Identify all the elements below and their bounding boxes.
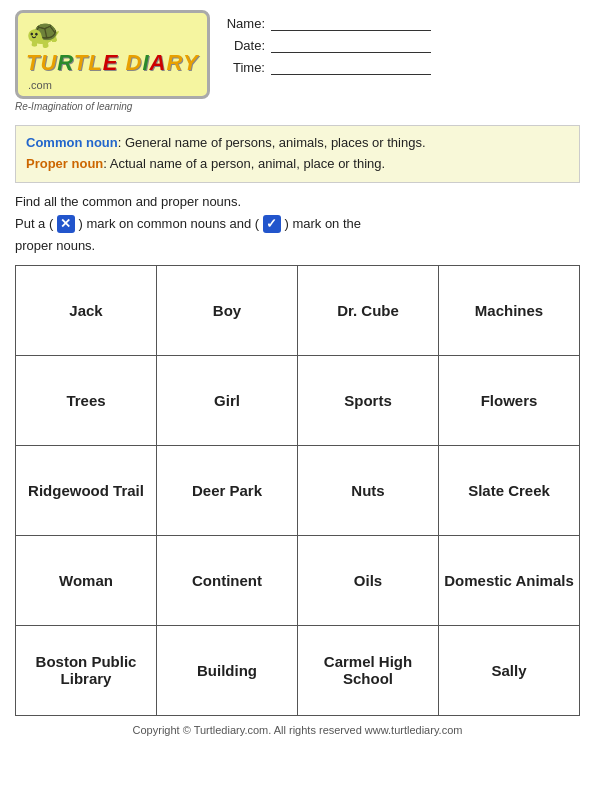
instruction-line3: proper nouns. <box>15 235 580 257</box>
grid-cell-r1-c1[interactable]: Girl <box>157 355 298 445</box>
logo-box: 🐢 TURTLE DIARY .com <box>15 10 210 99</box>
logo-tagline: Re-Imagination of learning <box>15 101 195 112</box>
noun-grid: JackBoyDr. CubeMachinesTreesGirlSportsFl… <box>15 265 580 716</box>
name-line <box>271 15 431 31</box>
proper-noun-def: : Actual name of a person, animal, place… <box>103 156 385 171</box>
check-mark-icon: ✓ <box>263 215 281 233</box>
grid-cell-r4-c3[interactable]: Sally <box>439 625 580 715</box>
footer-text: Copyright © Turtlediary.com. All rights … <box>133 724 463 736</box>
name-label: Name: <box>215 16 265 31</box>
grid-cell-r1-c0[interactable]: Trees <box>16 355 157 445</box>
date-line <box>271 37 431 53</box>
common-noun-line: Common noun: General name of persons, an… <box>26 133 569 154</box>
grid-cell-r1-c2[interactable]: Sports <box>298 355 439 445</box>
grid-cell-r2-c3[interactable]: Slate Creek <box>439 445 580 535</box>
common-noun-def: : General name of persons, animals, plac… <box>118 135 426 150</box>
proper-noun-label: Proper noun <box>26 156 103 171</box>
grid-cell-r3-c1[interactable]: Continent <box>157 535 298 625</box>
footer: Copyright © Turtlediary.com. All rights … <box>0 724 595 744</box>
inst-2b: ) mark on common nouns and ( <box>79 216 260 231</box>
date-label: Date: <box>215 38 265 53</box>
time-label: Time: <box>215 60 265 75</box>
grid-cell-r0-c1[interactable]: Boy <box>157 265 298 355</box>
instruction-line1: Find all the common and proper nouns. <box>15 191 580 213</box>
grid-cell-r3-c3[interactable]: Domestic Animals <box>439 535 580 625</box>
header: 🐢 TURTLE DIARY .com Re-Imagination of le… <box>0 0 595 117</box>
logo-icon: 🐢 TURTLE DIARY <box>26 17 199 76</box>
grid-cell-r0-c3[interactable]: Machines <box>439 265 580 355</box>
time-line <box>271 59 431 75</box>
logo-text: TURTLE DIARY <box>26 50 199 75</box>
inst-2c: ) mark on the <box>284 216 361 231</box>
inst-2a: Put a ( <box>15 216 53 231</box>
grid-cell-r4-c2[interactable]: Carmel High School <box>298 625 439 715</box>
grid-cell-r4-c0[interactable]: Boston Public Library <box>16 625 157 715</box>
logo-com: .com <box>28 79 52 91</box>
logo-area: 🐢 TURTLE DIARY .com Re-Imagination of le… <box>15 10 195 112</box>
info-box: Common noun: General name of persons, an… <box>15 125 580 183</box>
grid-cell-r2-c1[interactable]: Deer Park <box>157 445 298 535</box>
grid-cell-r2-c2[interactable]: Nuts <box>298 445 439 535</box>
grid-cell-r3-c0[interactable]: Woman <box>16 535 157 625</box>
grid-cell-r0-c0[interactable]: Jack <box>16 265 157 355</box>
name-fields: Name: Date: Time: <box>195 10 580 81</box>
grid-cell-r1-c3[interactable]: Flowers <box>439 355 580 445</box>
grid-cell-r3-c2[interactable]: Oils <box>298 535 439 625</box>
grid-cell-r4-c1[interactable]: Building <box>157 625 298 715</box>
date-row: Date: <box>215 37 580 53</box>
instruction-line2: Put a ( ✕ ) mark on common nouns and ( ✓… <box>15 213 580 235</box>
x-mark-icon: ✕ <box>57 215 75 233</box>
instructions: Find all the common and proper nouns. Pu… <box>15 191 580 257</box>
common-noun-label: Common noun <box>26 135 118 150</box>
grid-cell-r2-c0[interactable]: Ridgewood Trail <box>16 445 157 535</box>
proper-noun-line: Proper noun: Actual name of a person, an… <box>26 154 569 175</box>
name-row: Name: <box>215 15 580 31</box>
time-row: Time: <box>215 59 580 75</box>
grid-cell-r0-c2[interactable]: Dr. Cube <box>298 265 439 355</box>
